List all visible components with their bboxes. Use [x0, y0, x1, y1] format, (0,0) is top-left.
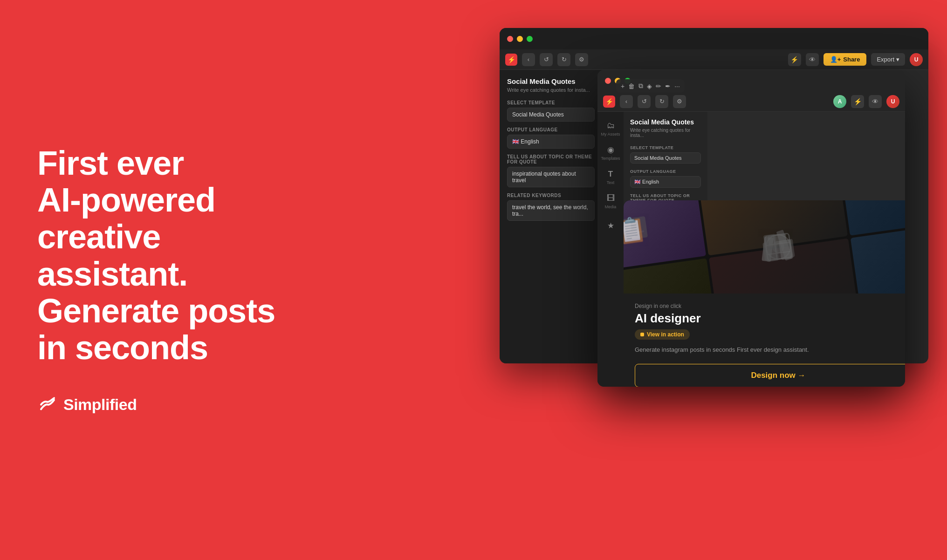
keywords-value[interactable]: travel the world, see the world, tra...	[507, 200, 595, 221]
pen-icon[interactable]: ✒	[665, 82, 671, 90]
topic-value[interactable]: inspirational quotes about travel	[507, 167, 595, 187]
ai-popup-images	[624, 200, 905, 294]
copy-icon[interactable]: ⧉	[638, 82, 643, 90]
browser-toolbar-back: ⚡ ‹ ↺ ↻ ⚙ ⚡ 👁 👤+ Share Export ▾ U	[500, 49, 928, 70]
text-icon: T	[608, 170, 613, 179]
browser-toolbar-front: ⚡ ‹ ↺ ↻ ⚙ A ⚡ 👁 U	[597, 91, 905, 112]
headline: First ever AI-powered creative assistant…	[37, 145, 280, 366]
sidebar-item-media[interactable]: 🎞 Media	[600, 190, 621, 212]
delete-icon[interactable]: 🗑	[628, 82, 635, 90]
back-button-front[interactable]: ‹	[620, 95, 633, 108]
assets-icon: 🗂	[607, 121, 615, 130]
artboard-toolbar: + 🗑 ⧉ ◈ ✏ ✒ ···	[616, 79, 685, 93]
simplified-logo-text: Simplified	[63, 396, 137, 414]
browser-titlebar-back	[500, 28, 928, 49]
traffic-light-green[interactable]	[527, 36, 533, 42]
sidebar-front: 🗂 My Assets ◉ Templates T Text 🎞 Media ★	[597, 112, 624, 387]
ai-popup-badge: View in action	[635, 329, 690, 340]
left-panel-back: Social Media Quotes Write eye catching q…	[500, 70, 602, 363]
ai-popup-title: AI designer	[635, 311, 905, 326]
front-browser-window: ⚡ ‹ ↺ ↻ ⚙ A ⚡ 👁 U 🗂 My Assets ◉ Template…	[597, 70, 905, 387]
output-language-label-front: OUTPUT LANGUAGE	[630, 169, 701, 174]
simplified-logo-icon	[37, 395, 58, 415]
app-logo-front: ⚡	[603, 96, 615, 108]
brush-icon[interactable]: ✏	[656, 82, 661, 90]
sidebar-item-templates[interactable]: ◉ Templates	[600, 142, 621, 164]
panel-title-front: Social Media Quotes	[630, 118, 701, 126]
templates-label: Templates	[601, 156, 620, 161]
app-logo-back: ⚡	[505, 54, 517, 66]
topic-label: TELL US ABOUT TOPIC OR THEME FOR QUOTE	[507, 154, 595, 164]
output-language-value-front[interactable]: 🇬🇧 English	[630, 176, 701, 188]
favorites-icon: ★	[607, 221, 614, 231]
back-button[interactable]: ‹	[522, 53, 535, 66]
lightning-button[interactable]: ⚡	[788, 53, 801, 66]
media-label: Media	[605, 205, 617, 209]
settings-button[interactable]: ⚙	[575, 53, 588, 66]
assets-label: My Assets	[601, 132, 620, 137]
add-icon[interactable]: +	[621, 82, 624, 90]
user-avatar-back[interactable]: U	[910, 53, 923, 66]
panel-subtitle-back: Write eye catching quotes for insta...	[507, 87, 595, 93]
badge-icon	[640, 333, 644, 336]
select-template-value[interactable]: Social Media Quotes	[507, 108, 595, 122]
redo-button-front[interactable]: ↻	[655, 95, 668, 108]
diagonal-grid	[624, 200, 905, 294]
design-now-button[interactable]: Design now →	[635, 364, 905, 387]
traffic-light-red[interactable]	[507, 36, 513, 42]
simplified-logo: Simplified	[37, 395, 280, 415]
undo-button-front[interactable]: ↺	[638, 95, 651, 108]
share-button[interactable]: 👤+ Share	[823, 53, 867, 66]
undo-button[interactable]: ↺	[540, 53, 553, 66]
select-template-label: SELECT TEMPLATE	[507, 100, 595, 105]
preview-button[interactable]: 👁	[806, 53, 819, 66]
badge-label: View in action	[647, 331, 684, 338]
text-label: Text	[607, 180, 615, 185]
ai-popup-desc: Generate instagram posts in seconds Firs…	[635, 345, 905, 355]
user-avatar-front[interactable]: A	[833, 95, 846, 108]
export-button[interactable]: Export ▾	[871, 53, 905, 66]
grid-cell-6	[851, 219, 905, 294]
user-profile-front[interactable]: U	[886, 95, 899, 108]
templates-icon: ◉	[607, 145, 614, 155]
sidebar-item-favorites[interactable]: ★	[600, 214, 621, 237]
settings-button-front[interactable]: ⚙	[673, 95, 686, 108]
media-icon: 🎞	[607, 194, 615, 203]
traffic-light-red-front[interactable]	[605, 78, 611, 84]
more-icon[interactable]: ···	[674, 82, 680, 90]
lightning-front[interactable]: ⚡	[851, 95, 864, 108]
share-icon: 👤+	[830, 56, 841, 63]
redo-button[interactable]: ↻	[557, 53, 570, 66]
fill-icon[interactable]: ◈	[647, 82, 652, 90]
output-language-value[interactable]: 🇬🇧 English	[507, 135, 595, 149]
select-template-label-front: SELECT TEMPLATE	[630, 145, 701, 150]
ai-popup-subtitle: Design in one click	[635, 303, 905, 309]
eye-front[interactable]: 👁	[869, 95, 882, 108]
output-language-label: OUTPUT LANGUAGE	[507, 127, 595, 132]
panel-title-back: Social Media Quotes	[507, 77, 595, 85]
ai-popup-info: Design in one click AI designer View in …	[624, 294, 905, 387]
keywords-label: RELATED KEYWORDS	[507, 193, 595, 198]
left-content: First ever AI-powered creative assistant…	[37, 145, 280, 415]
panel-subtitle-front: Write eye catching quotes for insta...	[630, 128, 701, 138]
sidebar-item-assets[interactable]: 🗂 My Assets	[600, 117, 621, 140]
traffic-light-yellow[interactable]	[517, 36, 523, 42]
select-template-value-front[interactable]: Social Media Quotes	[630, 152, 701, 164]
sidebar-item-text[interactable]: T Text	[600, 166, 621, 188]
ai-popup: Design in one click AI designer View in …	[624, 200, 905, 387]
